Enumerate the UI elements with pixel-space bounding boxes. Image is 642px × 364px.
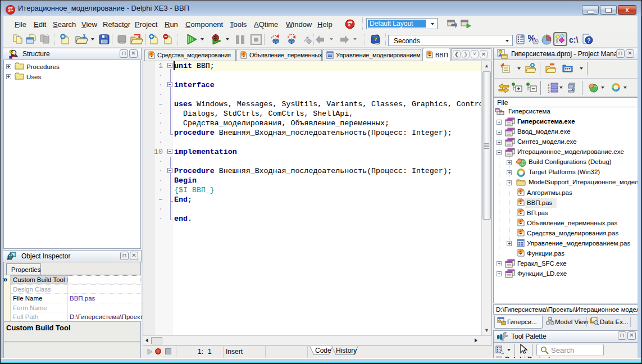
svg-text:?: ?: [587, 38, 590, 44]
svg-text:?: ?: [374, 37, 377, 42]
svg-text:3: 3: [548, 90, 550, 93]
